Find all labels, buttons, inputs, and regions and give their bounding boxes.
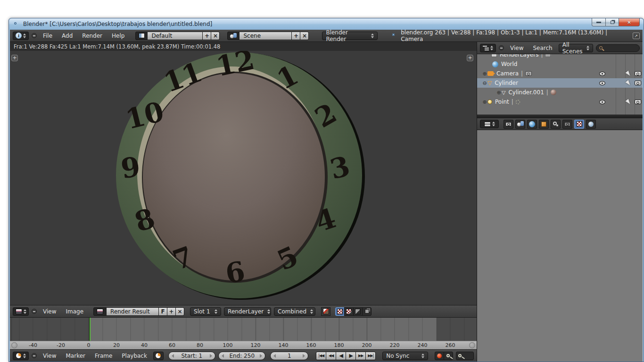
tab-object[interactable]	[539, 120, 549, 129]
delete-layout-button[interactable]: ×	[211, 32, 220, 40]
tab-constraints[interactable]	[551, 120, 561, 129]
increment-icon[interactable]	[303, 354, 305, 358]
outliner-item-cylinder-data[interactable]: ⊕ ▽ Cylinder.001 |	[477, 88, 643, 97]
menu-file[interactable]: File	[40, 33, 56, 39]
image-paint-toggle[interactable]	[321, 307, 330, 316]
menu-view[interactable]: View	[507, 45, 527, 51]
screen-layout-name-field[interactable]: Default	[147, 32, 203, 40]
editor-type-selector-info[interactable]: i	[13, 32, 29, 40]
keying-set-button[interactable]	[456, 352, 474, 360]
tab-texture[interactable]	[574, 120, 584, 129]
menu-search[interactable]: Search	[529, 45, 555, 51]
outliner-item-cylinder[interactable]: ⊖ ▽ Cylinder	[477, 78, 643, 88]
menu-help[interactable]: Help	[108, 33, 128, 39]
current-frame-field[interactable]: 1	[270, 352, 308, 360]
menu-view[interactable]: View	[40, 353, 59, 359]
screen-layout-browse-button[interactable]	[135, 32, 148, 40]
outliner-item-renderlayers[interactable]: RenderLayers |	[477, 54, 643, 59]
decrement-icon[interactable]	[172, 354, 174, 358]
render-pass-dropdown[interactable]: Combined	[274, 307, 315, 316]
copy-image-toggle[interactable]	[362, 307, 372, 316]
scrollbar-left-cap[interactable]	[11, 342, 17, 348]
start-frame-field[interactable]: Start: 1	[168, 352, 215, 360]
fake-user-button[interactable]: F	[158, 307, 167, 316]
renderable-camera-icon[interactable]	[635, 71, 641, 76]
visibility-eye-icon[interactable]	[599, 100, 605, 104]
menu-playback[interactable]: Playback	[118, 353, 150, 359]
tab-object-data[interactable]	[562, 120, 572, 129]
selectable-cursor-icon[interactable]	[625, 80, 631, 86]
outliner-search-input[interactable]	[596, 44, 640, 52]
editor-type-selector-timeline[interactable]	[13, 352, 29, 360]
editor-type-selector-properties[interactable]	[480, 120, 499, 128]
titlebar[interactable]: Blender* [C:\Users\Carlos\Desktop\trabaj…	[9, 18, 644, 30]
render-layer-dropdown[interactable]: RenderLayer	[224, 307, 271, 316]
collapse-menus-icon[interactable]	[32, 33, 37, 38]
delete-scene-button[interactable]: ×	[300, 32, 309, 40]
decrement-icon[interactable]	[222, 354, 224, 358]
menu-image[interactable]: Image	[62, 308, 87, 315]
restore-button[interactable]	[605, 18, 619, 26]
close-button[interactable]: ✕	[619, 18, 640, 26]
selectable-cursor-icon[interactable]	[625, 99, 631, 105]
renderable-camera-icon[interactable]	[635, 81, 641, 85]
menu-marker[interactable]: Marker	[62, 353, 88, 359]
expand-icon[interactable]: ⊕	[482, 99, 487, 105]
region-expand-right-icon[interactable]: +	[467, 55, 473, 61]
maximize-editor-icon[interactable]: ↗	[633, 33, 640, 39]
auto-keyframe-button[interactable]	[444, 352, 453, 360]
play-button[interactable]: ▶	[346, 352, 356, 360]
timeline-tracks[interactable]	[10, 317, 477, 341]
render-engine-dropdown[interactable]: Blender Render	[322, 32, 378, 40]
scene-browse-button[interactable]	[227, 32, 239, 40]
collapse-menus-icon[interactable]	[499, 45, 504, 50]
visibility-eye-icon[interactable]	[599, 81, 605, 85]
tab-scene[interactable]	[515, 120, 525, 129]
draw-zbuffer-toggle[interactable]	[353, 307, 363, 316]
menu-add[interactable]: Add	[58, 33, 76, 39]
minimize-button[interactable]	[592, 18, 606, 26]
outliner-item-world[interactable]: World	[477, 59, 643, 69]
jump-to-end-button[interactable]: ▶▶|	[365, 352, 376, 360]
slot-dropdown[interactable]: Slot 1	[190, 307, 221, 316]
expand-icon[interactable]: ⊕	[482, 71, 487, 77]
record-button[interactable]	[435, 352, 444, 360]
display-scope-dropdown[interactable]: All Scenes	[559, 44, 593, 52]
draw-alpha-toggle[interactable]	[344, 307, 354, 316]
visibility-eye-icon[interactable]	[599, 72, 605, 76]
editor-type-selector-outliner[interactable]	[480, 44, 496, 52]
end-frame-field[interactable]: End: 250	[218, 352, 265, 360]
tab-physics[interactable]	[586, 120, 596, 129]
increment-icon[interactable]	[260, 354, 262, 358]
editor-type-selector-image[interactable]	[13, 307, 29, 316]
expand-icon[interactable]: ⊕	[496, 90, 502, 96]
image-browse-button[interactable]	[93, 307, 107, 316]
increment-icon[interactable]	[210, 354, 212, 358]
use-preview-range-toggle[interactable]	[153, 352, 164, 360]
unlink-image-button[interactable]: ×	[175, 307, 184, 316]
renderable-camera-icon[interactable]	[635, 99, 641, 104]
draw-color-toggle[interactable]	[335, 307, 345, 316]
scrollbar-right-cap[interactable]	[469, 342, 475, 348]
next-keyframe-button[interactable]: ▶▶	[355, 352, 366, 360]
play-reverse-button[interactable]: ◀	[336, 352, 346, 360]
timeline-ruler[interactable]: -40 -20 0 20 40 60 80 100 120 140 160 18…	[10, 341, 477, 349]
outliner-item-point[interactable]: ⊕ Point |	[477, 97, 643, 107]
selectable-cursor-icon[interactable]	[625, 70, 631, 77]
outliner-item-camera[interactable]: ⊕ Camera |	[477, 69, 643, 78]
menu-view[interactable]: View	[40, 308, 59, 315]
new-image-button[interactable]: +	[167, 307, 176, 316]
sync-dropdown[interactable]: No Sync	[382, 352, 428, 360]
collapse-icon[interactable]: ⊖	[482, 80, 487, 86]
add-scene-button[interactable]: +	[291, 32, 300, 40]
previous-keyframe-button[interactable]: ◀◀	[326, 352, 336, 360]
jump-to-start-button[interactable]: |◀◀	[316, 352, 326, 360]
tab-world[interactable]	[527, 120, 537, 129]
tab-render[interactable]	[504, 120, 513, 129]
menu-frame[interactable]: Frame	[91, 353, 116, 359]
add-layout-button[interactable]: +	[202, 32, 211, 40]
image-name-field[interactable]: Render Result	[106, 307, 159, 316]
menu-render[interactable]: Render	[79, 33, 106, 39]
collapse-menus-icon[interactable]	[32, 309, 37, 314]
decrement-icon[interactable]	[273, 354, 276, 358]
